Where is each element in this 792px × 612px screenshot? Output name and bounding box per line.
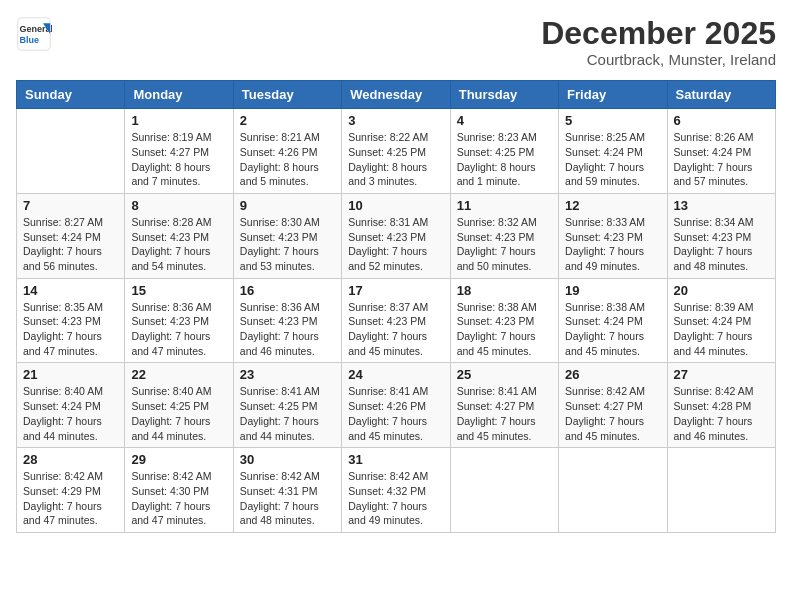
day-number: 28 [23,452,118,467]
calendar-table: SundayMondayTuesdayWednesdayThursdayFrid… [16,80,776,533]
day-info: Sunrise: 8:21 AMSunset: 4:26 PMDaylight:… [240,130,335,189]
day-number: 23 [240,367,335,382]
day-info: Sunrise: 8:41 AMSunset: 4:26 PMDaylight:… [348,384,443,443]
calendar-cell: 20Sunrise: 8:39 AMSunset: 4:24 PMDayligh… [667,278,775,363]
day-info: Sunrise: 8:31 AMSunset: 4:23 PMDaylight:… [348,215,443,274]
calendar-week-row: 1Sunrise: 8:19 AMSunset: 4:27 PMDaylight… [17,109,776,194]
day-info: Sunrise: 8:19 AMSunset: 4:27 PMDaylight:… [131,130,226,189]
day-number: 31 [348,452,443,467]
day-info: Sunrise: 8:36 AMSunset: 4:23 PMDaylight:… [131,300,226,359]
calendar-cell: 24Sunrise: 8:41 AMSunset: 4:26 PMDayligh… [342,363,450,448]
title-block: December 2025 Courtbrack, Munster, Irela… [541,16,776,68]
calendar-cell: 6Sunrise: 8:26 AMSunset: 4:24 PMDaylight… [667,109,775,194]
day-info: Sunrise: 8:36 AMSunset: 4:23 PMDaylight:… [240,300,335,359]
calendar-cell: 21Sunrise: 8:40 AMSunset: 4:24 PMDayligh… [17,363,125,448]
calendar-cell: 31Sunrise: 8:42 AMSunset: 4:32 PMDayligh… [342,448,450,533]
day-number: 19 [565,283,660,298]
day-info: Sunrise: 8:28 AMSunset: 4:23 PMDaylight:… [131,215,226,274]
day-info: Sunrise: 8:42 AMSunset: 4:32 PMDaylight:… [348,469,443,528]
calendar-cell: 23Sunrise: 8:41 AMSunset: 4:25 PMDayligh… [233,363,341,448]
day-info: Sunrise: 8:42 AMSunset: 4:29 PMDaylight:… [23,469,118,528]
day-info: Sunrise: 8:38 AMSunset: 4:23 PMDaylight:… [457,300,552,359]
month-title: December 2025 [541,16,776,51]
calendar-cell: 10Sunrise: 8:31 AMSunset: 4:23 PMDayligh… [342,193,450,278]
calendar-cell: 16Sunrise: 8:36 AMSunset: 4:23 PMDayligh… [233,278,341,363]
day-number: 18 [457,283,552,298]
day-number: 15 [131,283,226,298]
day-info: Sunrise: 8:41 AMSunset: 4:25 PMDaylight:… [240,384,335,443]
weekday-header-friday: Friday [559,81,667,109]
logo-icon: General Blue [16,16,52,52]
page-header: General Blue December 2025 Courtbrack, M… [16,16,776,68]
weekday-header-wednesday: Wednesday [342,81,450,109]
day-info: Sunrise: 8:30 AMSunset: 4:23 PMDaylight:… [240,215,335,274]
day-number: 11 [457,198,552,213]
day-number: 22 [131,367,226,382]
day-number: 5 [565,113,660,128]
day-number: 17 [348,283,443,298]
day-info: Sunrise: 8:27 AMSunset: 4:24 PMDaylight:… [23,215,118,274]
day-info: Sunrise: 8:40 AMSunset: 4:24 PMDaylight:… [23,384,118,443]
calendar-cell: 7Sunrise: 8:27 AMSunset: 4:24 PMDaylight… [17,193,125,278]
calendar-cell: 14Sunrise: 8:35 AMSunset: 4:23 PMDayligh… [17,278,125,363]
day-info: Sunrise: 8:41 AMSunset: 4:27 PMDaylight:… [457,384,552,443]
calendar-cell [450,448,558,533]
calendar-cell [559,448,667,533]
weekday-header-row: SundayMondayTuesdayWednesdayThursdayFrid… [17,81,776,109]
calendar-cell: 30Sunrise: 8:42 AMSunset: 4:31 PMDayligh… [233,448,341,533]
day-number: 24 [348,367,443,382]
day-number: 20 [674,283,769,298]
day-number: 8 [131,198,226,213]
day-number: 16 [240,283,335,298]
calendar-cell: 29Sunrise: 8:42 AMSunset: 4:30 PMDayligh… [125,448,233,533]
calendar-week-row: 28Sunrise: 8:42 AMSunset: 4:29 PMDayligh… [17,448,776,533]
calendar-cell: 11Sunrise: 8:32 AMSunset: 4:23 PMDayligh… [450,193,558,278]
weekday-header-monday: Monday [125,81,233,109]
calendar-cell [17,109,125,194]
day-info: Sunrise: 8:42 AMSunset: 4:30 PMDaylight:… [131,469,226,528]
day-info: Sunrise: 8:40 AMSunset: 4:25 PMDaylight:… [131,384,226,443]
day-info: Sunrise: 8:34 AMSunset: 4:23 PMDaylight:… [674,215,769,274]
calendar-cell [667,448,775,533]
day-number: 29 [131,452,226,467]
day-info: Sunrise: 8:35 AMSunset: 4:23 PMDaylight:… [23,300,118,359]
day-number: 7 [23,198,118,213]
day-number: 12 [565,198,660,213]
day-number: 3 [348,113,443,128]
calendar-cell: 27Sunrise: 8:42 AMSunset: 4:28 PMDayligh… [667,363,775,448]
calendar-cell: 9Sunrise: 8:30 AMSunset: 4:23 PMDaylight… [233,193,341,278]
calendar-cell: 8Sunrise: 8:28 AMSunset: 4:23 PMDaylight… [125,193,233,278]
logo: General Blue [16,16,52,52]
day-info: Sunrise: 8:22 AMSunset: 4:25 PMDaylight:… [348,130,443,189]
calendar-cell: 17Sunrise: 8:37 AMSunset: 4:23 PMDayligh… [342,278,450,363]
day-info: Sunrise: 8:38 AMSunset: 4:24 PMDaylight:… [565,300,660,359]
day-number: 6 [674,113,769,128]
calendar-cell: 4Sunrise: 8:23 AMSunset: 4:25 PMDaylight… [450,109,558,194]
weekday-header-tuesday: Tuesday [233,81,341,109]
day-number: 26 [565,367,660,382]
weekday-header-saturday: Saturday [667,81,775,109]
day-number: 21 [23,367,118,382]
calendar-cell: 1Sunrise: 8:19 AMSunset: 4:27 PMDaylight… [125,109,233,194]
day-info: Sunrise: 8:33 AMSunset: 4:23 PMDaylight:… [565,215,660,274]
calendar-cell: 22Sunrise: 8:40 AMSunset: 4:25 PMDayligh… [125,363,233,448]
day-info: Sunrise: 8:23 AMSunset: 4:25 PMDaylight:… [457,130,552,189]
day-info: Sunrise: 8:42 AMSunset: 4:28 PMDaylight:… [674,384,769,443]
svg-text:Blue: Blue [20,35,40,45]
calendar-cell: 18Sunrise: 8:38 AMSunset: 4:23 PMDayligh… [450,278,558,363]
calendar-week-row: 7Sunrise: 8:27 AMSunset: 4:24 PMDaylight… [17,193,776,278]
weekday-header-sunday: Sunday [17,81,125,109]
calendar-week-row: 21Sunrise: 8:40 AMSunset: 4:24 PMDayligh… [17,363,776,448]
day-info: Sunrise: 8:37 AMSunset: 4:23 PMDaylight:… [348,300,443,359]
calendar-cell: 28Sunrise: 8:42 AMSunset: 4:29 PMDayligh… [17,448,125,533]
day-number: 10 [348,198,443,213]
day-number: 27 [674,367,769,382]
calendar-cell: 3Sunrise: 8:22 AMSunset: 4:25 PMDaylight… [342,109,450,194]
day-info: Sunrise: 8:32 AMSunset: 4:23 PMDaylight:… [457,215,552,274]
day-info: Sunrise: 8:42 AMSunset: 4:31 PMDaylight:… [240,469,335,528]
calendar-cell: 5Sunrise: 8:25 AMSunset: 4:24 PMDaylight… [559,109,667,194]
calendar-cell: 25Sunrise: 8:41 AMSunset: 4:27 PMDayligh… [450,363,558,448]
day-number: 30 [240,452,335,467]
day-number: 25 [457,367,552,382]
day-info: Sunrise: 8:26 AMSunset: 4:24 PMDaylight:… [674,130,769,189]
